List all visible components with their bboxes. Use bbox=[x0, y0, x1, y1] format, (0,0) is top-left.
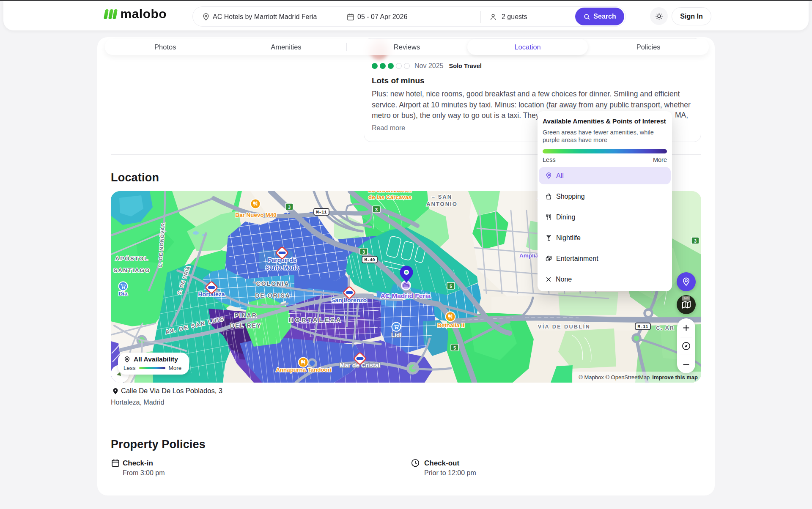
svg-text:3: 3 bbox=[694, 238, 697, 244]
svg-text:3: 3 bbox=[375, 207, 378, 212]
svg-text:DE ORISA: DE ORISA bbox=[255, 292, 291, 299]
svg-text:3: 3 bbox=[288, 205, 291, 210]
svg-text:M-11: M-11 bbox=[316, 210, 326, 215]
svg-text:5: 5 bbox=[453, 345, 456, 350]
svg-text:DEL REY: DEL REY bbox=[230, 322, 261, 329]
svg-text:COLONIA: COLONIA bbox=[256, 280, 290, 287]
svg-text:AC Madrid Feria: AC Madrid Feria bbox=[381, 292, 431, 299]
svg-text:HORTALEZA: HORTALEZA bbox=[288, 316, 342, 323]
svg-text:VÍA DE DUBLÍN: VÍA DE DUBLÍN bbox=[538, 323, 590, 330]
svg-text:La urbanización: La urbanización bbox=[368, 191, 412, 193]
svg-text:3: 3 bbox=[362, 249, 365, 254]
svg-text:PINAR: PINAR bbox=[234, 312, 257, 319]
svg-text:Santa María: Santa María bbox=[266, 264, 299, 271]
svg-text:5: 5 bbox=[450, 284, 452, 289]
svg-text:Bethalia II: Bethalia II bbox=[437, 322, 464, 328]
svg-text:ANTONIO: ANTONIO bbox=[426, 201, 458, 207]
svg-text:M-40: M-40 bbox=[364, 257, 375, 263]
svg-text:Dia: Dia bbox=[118, 290, 128, 297]
svg-text:C. AR: C. AR bbox=[656, 325, 675, 331]
svg-text:– SAN: – SAN bbox=[432, 194, 452, 200]
svg-text:M-11: M-11 bbox=[637, 324, 648, 329]
svg-text:SANTIAGO: SANTIAGO bbox=[113, 267, 150, 274]
svg-text:Lidl: Lidl bbox=[391, 332, 401, 338]
svg-text:APÓSTOL: APÓSTOL bbox=[115, 255, 148, 262]
svg-text:Bar Nuevo M40: Bar Nuevo M40 bbox=[235, 212, 277, 218]
svg-text:de las Cárcavas: de las Cárcavas bbox=[368, 194, 411, 200]
